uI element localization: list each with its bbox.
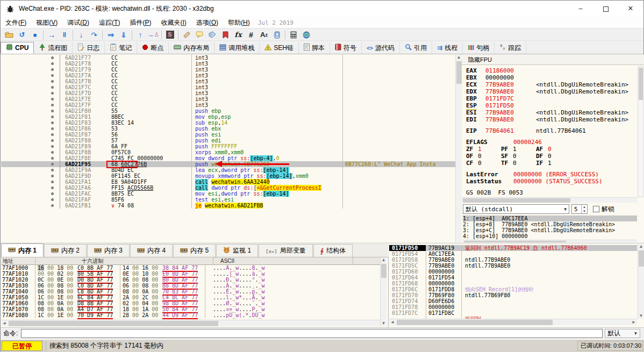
register-row[interactable]: GS 002B FS 0053 <box>466 189 637 196</box>
stack-row[interactable]: 0171FD74D60FE6D6 <box>389 298 637 304</box>
open-file-icon[interactable] <box>3 29 16 40</box>
scroll-right-arrow[interactable]: ► <box>631 319 637 326</box>
dump-row[interactable]: 77AF100016 00 18 00 C0 8B AF 7714 00 16 … <box>1 265 380 271</box>
stack-row[interactable]: 0171FD6C0171FDD8指向SEH_Record[1]的指针 <box>389 286 637 292</box>
scroll-left-arrow[interactable]: ◄ <box>1 320 8 327</box>
tab-source[interactable]: <>源代码 <box>362 42 400 54</box>
disasm-row[interactable]: 6AD21FB1∨ 74 08je wechatwin.6AD21FBB <box>1 203 455 209</box>
menu-item-v[interactable]: 视图(V) <box>31 17 62 28</box>
disasm-row[interactable]: 6AD21F8055push ebp <box>1 108 455 114</box>
breakpoint-column[interactable] <box>46 102 60 108</box>
function-icon[interactable]: fx <box>232 29 245 40</box>
argument-count-stepper[interactable]: 5 ▲▼ <box>571 204 588 214</box>
breakpoint-column[interactable] <box>46 197 60 203</box>
breakpoint-column[interactable] <box>46 108 60 114</box>
dump-tab-locals[interactable]: [x=]局部变量 <box>259 244 313 257</box>
tab-log[interactable]: 日志 <box>73 42 105 54</box>
trace-over-icon[interactable]: ⇓ <box>117 29 130 40</box>
tab-script[interactable]: 脚本 <box>299 42 330 54</box>
menu-item-o[interactable]: 选项(O) <box>191 17 223 28</box>
tab-notes[interactable]: 笔记 <box>105 42 137 54</box>
register-row[interactable]: EDX77B9ABE0<ntdll.DbgUiRemoteBreakin> <box>466 88 637 95</box>
register-row[interactable]: ZF1PF1AF0 <box>466 146 637 153</box>
registers-vertical-scrollbar[interactable] <box>638 66 643 197</box>
menu-item-p[interactable]: 插件(P) <box>125 17 156 28</box>
disasm-row[interactable]: 6AD21F8857push edi <box>1 138 455 143</box>
scroll-up-arrow[interactable]: ▲ <box>456 55 462 60</box>
register-row[interactable]: ECX77B9ABE0<ntdll.DbgUiRemoteBreakin> <box>466 81 637 88</box>
menu-item-i[interactable]: 收藏夹(I) <box>156 17 191 28</box>
register-row[interactable]: EBP0171FD7C <box>466 95 637 102</box>
globe-icon[interactable] <box>300 29 313 40</box>
s-badge-icon[interactable]: S <box>163 29 176 40</box>
dump-row[interactable]: 77AF10801C 00 1E 00 70 D9 AF 7728 00 2A … <box>1 312 380 318</box>
command-input[interactable] <box>21 329 603 338</box>
execute-till-return-icon[interactable]: ↑ <box>134 29 147 40</box>
disasm-row[interactable]: 6AD21F8383EC 14sub esp,14 <box>1 120 455 126</box>
close-button[interactable]: ✕ <box>618 1 643 17</box>
patch-icon[interactable] <box>180 29 193 40</box>
restart-icon[interactable]: ↺ <box>16 29 28 40</box>
stack-row[interactable]: 0171FD640171FD54 <box>389 275 637 281</box>
breakpoint-column[interactable] <box>46 155 60 161</box>
scroll-down-arrow[interactable]: ▼ <box>381 321 387 326</box>
argument-row[interactable]: 1: [esp+4] A0C17EEA <box>463 215 637 221</box>
device-icon[interactable] <box>270 29 283 40</box>
breakpoint-column[interactable] <box>46 78 60 84</box>
dump-row[interactable]: 77AF101000 00 02 00 80 5B AF 770E 00 10 … <box>1 271 380 277</box>
menu-item-t[interactable]: 追踪(T) <box>94 17 125 28</box>
register-row[interactable]: CF0TF0IF1 <box>466 160 637 167</box>
dump-tab-struct[interactable]: ∮结构体 <box>313 244 353 257</box>
disasm-row[interactable]: 6AD21F9A8D4D EClea ecx,dword ptr ss:[ebp… <box>1 167 455 173</box>
disasm-row[interactable]: 6AD21FAF85F6test esi,esi <box>1 197 455 203</box>
breakpoint-column[interactable] <box>46 149 60 155</box>
command-mode-select[interactable]: 默认 ▼ <box>605 329 640 338</box>
register-row[interactable]: OF0SF0DF0 <box>466 153 637 160</box>
disasm-vertical-scrollbar[interactable]: ▲ ▼ <box>455 55 462 263</box>
dump-row[interactable]: 77AF106008 00 0A 00 D8 8B AF 7702 00 04 … <box>1 300 380 306</box>
scroll-up-arrow[interactable]: ▲ <box>638 244 644 249</box>
dump-tab-ram[interactable]: 内存 4 <box>130 244 173 257</box>
stack-row[interactable]: 0171FD5C77B9ABE0ntdll.77B9ABE0 <box>389 263 637 269</box>
register-row[interactable]: LastStatus00000000 (STATUS_SUCCESS) <box>466 178 637 185</box>
dump-tab-watch[interactable]: 监视 1 <box>216 244 258 257</box>
breakpoint-column[interactable] <box>46 138 60 143</box>
tab-callstack[interactable]: 调用堆栈 <box>214 42 260 54</box>
stack-vertical-scrollbar[interactable]: ▲ ▼ <box>638 244 644 319</box>
disasm-row[interactable]: 6AD21F7BCCint3 <box>1 78 455 84</box>
dump-tab-ram[interactable]: 内存 3 <box>87 244 130 257</box>
scroll-thumb[interactable] <box>381 264 387 278</box>
dump-row[interactable]: 77AF103006 00 08 00 C0 8D AF 7706 00 08 … <box>1 283 380 289</box>
calling-convention-select[interactable]: 默认 (stdcall) ▼ <box>463 204 569 214</box>
scroll-thumb[interactable] <box>456 61 462 84</box>
maximize-button[interactable] <box>593 1 618 17</box>
comment-icon[interactable] <box>193 29 206 40</box>
disasm-row[interactable]: 6AD21FA6FF15 ACD5566Bcall dword ptr ds:[… <box>1 185 455 191</box>
breakpoint-column[interactable] <box>46 185 60 191</box>
breakpoint-column[interactable] <box>46 61 60 67</box>
tab-graph[interactable]: 流程图 <box>34 42 73 54</box>
disasm-row[interactable]: 6AD21F8B0F57C0xorps xmm0,xmm0 <box>1 149 455 155</box>
hide-fpu-button[interactable]: 隐藏FPU <box>462 54 644 65</box>
register-row[interactable]: ESI77B9ABE0<ntdll.DbgUiRemoteBreakin> <box>466 109 637 116</box>
menu-item-h[interactable]: 帮助(H) <box>223 17 255 28</box>
register-row[interactable]: LastError00000000 (ERROR_SUCCESS) <box>466 171 637 178</box>
disasm-row[interactable]: 6AD21FAC8B75 ECmov esi,dword ptr ss:[ebp… <box>1 191 455 197</box>
dump-horizontal-scrollbar[interactable]: ◄ <box>1 320 380 326</box>
bookmark-icon[interactable] <box>219 29 232 40</box>
disasm-row[interactable]: 6AD21F9D0F1145 ECmovups xmmword ptr ss:[… <box>1 173 455 179</box>
stack-row[interactable]: 0171FD7C0171FD8C <box>389 310 637 316</box>
breakpoint-column[interactable] <box>46 55 60 61</box>
unlock-checkbox[interactable] <box>593 206 599 212</box>
stack-row[interactable]: 0171FD5077B9AC19返回到 ntdll.77B9AC19 自 ntd… <box>389 245 637 251</box>
register-row[interactable]: ESP0171FD50 <box>466 102 637 109</box>
disasm-row[interactable]: 6AD21F8756push esi <box>1 132 455 138</box>
column-header[interactable]: ASCII <box>213 257 353 264</box>
register-row[interactable]: EIP77B64061ntdll.77B64061 <box>466 127 637 134</box>
title-bar[interactable]: WeChat.exe - PID: 263C - 模块: wechatwin.d… <box>1 1 643 17</box>
disasm-row[interactable]: 6AD21FA1E8 9A04D1FFcall wechatwin.6AA324… <box>1 179 455 185</box>
step-over-icon[interactable]: ↷ <box>88 29 101 40</box>
scroll-up-arrow[interactable]: ▲ <box>381 257 387 263</box>
breakpoint-column[interactable] <box>46 73 60 78</box>
tab-cpu[interactable]: CPU <box>1 42 34 54</box>
